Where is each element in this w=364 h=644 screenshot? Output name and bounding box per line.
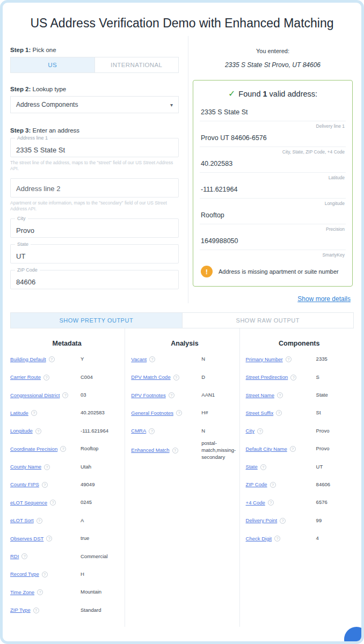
field-doc-link[interactable]: Coordinate Precision [10, 446, 57, 452]
field-doc-link[interactable]: General Footnotes [131, 410, 173, 416]
field-doc-link[interactable]: DPV Match Code [131, 374, 170, 380]
field-value: H# [201, 409, 210, 416]
field-value: true [81, 535, 91, 542]
field-value: Utah [81, 464, 93, 471]
output-row: Carrier Route ? C004 [10, 368, 123, 386]
help-icon[interactable]: ? [49, 356, 55, 362]
help-icon[interactable]: ? [260, 464, 266, 470]
help-icon[interactable]: ? [60, 446, 66, 452]
output-row: Longitude ? -111.621964 [10, 422, 123, 440]
city-field-wrap: City [10, 218, 179, 238]
help-icon[interactable]: ? [33, 608, 39, 613]
help-icon[interactable]: ? [270, 482, 276, 488]
field-doc-link[interactable]: DPV Footnotes [131, 392, 165, 399]
help-icon[interactable]: ? [173, 375, 179, 380]
help-icon[interactable]: ? [62, 392, 68, 398]
field-doc-link[interactable]: Carrier Route [10, 374, 41, 380]
result-row: Rooftop Precision [200, 207, 346, 233]
state-input[interactable] [11, 245, 178, 263]
help-icon[interactable]: ? [46, 536, 52, 541]
analysis-column: Analysis Vacant ? N DPV Match Code ? [125, 328, 239, 627]
help-icon[interactable]: ? [276, 410, 282, 416]
field-doc-link[interactable]: Check Digit [246, 536, 272, 542]
field-value: -111.621964 [81, 428, 111, 435]
address-verification-demo-page: { "icons": { "check": "✓", "warning": "!… [0, 0, 364, 644]
field-doc-link[interactable]: County FIPS [10, 481, 39, 488]
help-icon[interactable]: ? [149, 428, 155, 434]
help-icon[interactable]: ? [290, 446, 296, 452]
tab-show-pretty-output[interactable]: SHOW PRETTY OUTPUT [11, 313, 182, 328]
output-row: DPV Match Code ? D [131, 368, 238, 386]
address-line1-input[interactable] [11, 138, 178, 157]
field-doc-link[interactable]: Record Type [10, 571, 39, 577]
field-doc-link[interactable]: eLOT Sort [10, 517, 34, 524]
address-form: Step 1: Pick one US INTERNATIONAL Step 2… [10, 36, 188, 303]
field-value: AAN1 [201, 392, 217, 399]
field-doc-link[interactable]: RDI [10, 553, 19, 560]
field-doc-link[interactable]: Primary Number [246, 356, 283, 363]
field-doc-link[interactable]: ZIP Type [10, 607, 31, 613]
field-doc-link[interactable]: Default City Name [246, 446, 287, 452]
field-doc-link[interactable]: Congressional District [10, 392, 60, 399]
help-icon[interactable]: ? [35, 428, 41, 434]
state-label: State [15, 241, 31, 247]
help-icon[interactable]: ? [42, 482, 48, 488]
help-icon[interactable]: ? [21, 553, 27, 559]
field-doc-link[interactable]: CMRA [131, 428, 146, 434]
output-row: County FIPS ? 49049 [10, 476, 123, 494]
step3-label: Step 3: Enter an address [10, 127, 179, 134]
help-icon[interactable]: ? [277, 392, 283, 398]
field-doc-link[interactable]: Street Predirection [246, 374, 288, 380]
field-doc-link[interactable]: Delivery Point [246, 517, 278, 524]
field-doc-link[interactable]: State [246, 464, 258, 470]
help-icon[interactable]: ? [42, 572, 48, 577]
city-input[interactable] [11, 219, 178, 237]
help-icon[interactable]: ? [31, 410, 37, 416]
output-row: RDI ? Commercial [10, 547, 123, 565]
field-doc-link[interactable]: Observes DST [10, 536, 43, 542]
output-row: Record Type ? H [10, 566, 123, 583]
tab-international[interactable]: INTERNATIONAL [94, 57, 179, 72]
field-value: D [201, 374, 207, 381]
help-icon[interactable]: ? [37, 589, 43, 595]
help-icon[interactable]: ? [257, 428, 263, 434]
field-doc-link[interactable]: County Name [10, 464, 41, 470]
help-icon[interactable]: ? [286, 356, 292, 362]
field-doc-link[interactable]: Longitude [10, 428, 33, 434]
field-doc-link[interactable]: Street Name [246, 392, 274, 399]
field-doc-link[interactable]: City [246, 428, 254, 434]
field-doc-link[interactable]: ZIP Code [246, 481, 267, 488]
field-doc-link[interactable]: Time Zone [10, 589, 34, 596]
field-doc-link[interactable]: Enhanced Match [131, 447, 169, 453]
help-icon[interactable]: ? [44, 464, 50, 470]
help-icon[interactable]: ? [290, 375, 296, 380]
help-icon[interactable]: ? [169, 392, 174, 398]
field-doc-link[interactable]: Vacant [131, 356, 147, 363]
show-more-details-link[interactable]: Show more details [297, 295, 351, 303]
chevron-down-icon: ▾ [170, 102, 173, 108]
zip-label: ZIP Code [15, 267, 40, 273]
help-icon[interactable]: ? [149, 356, 155, 362]
page-title: US Address Verification Demo with Enhanc… [13, 16, 351, 31]
help-icon[interactable]: ? [37, 518, 42, 524]
help-icon[interactable]: ? [43, 375, 49, 380]
field-doc-link[interactable]: eLOT Sequence [10, 500, 47, 506]
help-icon[interactable]: ? [274, 536, 280, 541]
field-doc-link[interactable]: Building Default [10, 356, 46, 363]
help-icon[interactable]: ? [172, 448, 178, 453]
lookup-type-select[interactable]: Address Components ▾ [10, 96, 179, 113]
address-line2-input[interactable] [11, 179, 178, 197]
result-field-label: Latitude [200, 173, 346, 181]
field-doc-link[interactable]: Latitude [10, 410, 28, 416]
field-doc-link[interactable]: Street Suffix [246, 410, 274, 416]
found-count: 1 [263, 90, 267, 98]
help-icon[interactable]: ? [50, 500, 56, 506]
tab-show-raw-output[interactable]: SHOW RAW OUTPUT [182, 313, 354, 328]
zip-input[interactable] [11, 270, 178, 289]
help-icon[interactable]: ? [280, 518, 286, 524]
field-doc-link[interactable]: +4 Code [246, 500, 265, 506]
help-icon[interactable]: ? [268, 500, 274, 506]
tab-us[interactable]: US [11, 57, 94, 72]
help-icon[interactable]: ? [176, 410, 182, 416]
chat-widget-button[interactable] [344, 627, 364, 644]
